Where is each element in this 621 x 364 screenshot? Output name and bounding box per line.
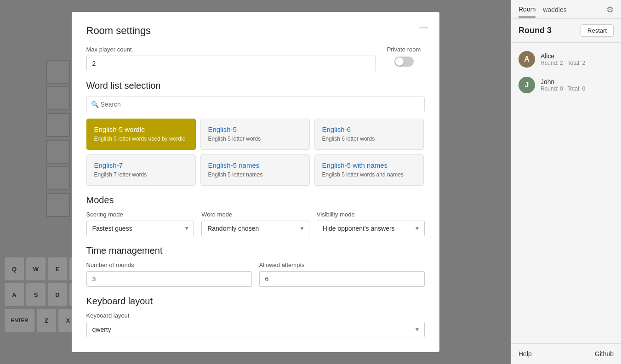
word-mode-select[interactable]: Randomly chosen Host chosen Player chose…: [201, 221, 309, 236]
tab-waddles[interactable]: waddles: [543, 6, 566, 17]
attempts-input[interactable]: [259, 271, 425, 287]
wordlist-card-1[interactable]: English-5 English 5 letter words: [200, 119, 310, 150]
wordlist-card-5[interactable]: English-5 with names English 5 letter wo…: [314, 154, 424, 186]
visibility-mode-group: Visibility mode Hide opponent's answers …: [317, 211, 425, 236]
avatar-john: J: [518, 77, 535, 93]
gear-icon[interactable]: ⚙: [606, 5, 614, 18]
keyboard-select-wrapper: qwerty azerty dvorak ▼: [86, 322, 425, 337]
player-alice: A Alice Round: 2 · Total: 2: [511, 46, 621, 72]
restart-button[interactable]: Restart: [581, 24, 614, 37]
card-desc-1: English 5 letter words: [208, 135, 302, 143]
modes-heading: Modes: [86, 195, 425, 205]
help-link[interactable]: Help: [518, 350, 532, 358]
rounds-input[interactable]: [86, 271, 252, 287]
scoring-mode-select[interactable]: Fastest guess Fewest guesses Combined: [86, 221, 194, 236]
time-heading: Time management: [86, 245, 425, 256]
rounds-label: Number of rounds: [86, 262, 252, 268]
card-title-2: English-6: [322, 125, 416, 133]
max-player-input[interactable]: [86, 56, 376, 71]
card-desc-5: English 5 letter words and names: [322, 171, 416, 179]
player-score-john: Round: 0 · Total: 0: [541, 85, 585, 92]
card-desc-3: English 7 letter words: [94, 171, 188, 179]
card-title-0: English-5 wordle: [94, 125, 188, 133]
max-player-group: Max player count: [86, 46, 376, 71]
max-player-label: Max player count: [86, 46, 376, 53]
wordlist-grid: English-5 wordle English 5 letter words …: [86, 119, 425, 186]
player-name-alice: Alice: [541, 52, 585, 60]
card-desc-0: English 5 letter words used by wordle: [94, 135, 188, 143]
modal-close-button[interactable]: —: [419, 22, 428, 33]
word-mode-group: Word mode Randomly chosen Host chosen Pl…: [201, 211, 309, 236]
wordlist-card-3[interactable]: English-7 English 7 letter words: [86, 154, 196, 186]
rounds-group: Number of rounds: [86, 262, 252, 287]
wordlist-card-4[interactable]: English-5 names English 5 letter names: [200, 154, 310, 186]
attempts-group: Allowed attempts: [259, 262, 425, 287]
scoring-mode-group: Scoring mode Fastest guess Fewest guesse…: [86, 211, 194, 236]
wordlist-card-2[interactable]: English-6 English 6 letter words: [314, 119, 424, 150]
time-row: Number of rounds Allowed attempts: [86, 262, 425, 287]
keyboard-layout-select[interactable]: qwerty azerty dvorak: [86, 322, 425, 337]
private-room-toggle[interactable]: [394, 57, 414, 67]
card-title-4: English-5 names: [208, 161, 302, 169]
sidebar-tab-bar: Room waddles ⚙: [511, 0, 621, 19]
keyboard-layout-label: Keyboard layout: [86, 312, 425, 319]
scoring-mode-label: Scoring mode: [86, 211, 194, 218]
card-title-3: English-7: [94, 161, 188, 169]
avatar-alice: A: [518, 51, 535, 68]
sidebar-header: Round 3 Restart: [511, 19, 621, 43]
card-title-1: English-5: [208, 125, 302, 133]
private-room-label: Private room: [387, 46, 421, 53]
player-score-alice: Round: 2 · Total: 2: [541, 60, 585, 66]
round-label: Round 3: [518, 26, 552, 35]
toggle-knob: [395, 57, 404, 66]
keyboard-layout-heading: Keyboard layout: [86, 296, 425, 307]
card-desc-2: English 6 letter words: [322, 135, 416, 143]
word-list-heading: Word list selection: [86, 80, 425, 91]
wordlist-card-0[interactable]: English-5 wordle English 5 letter words …: [86, 119, 196, 150]
sidebar-footer: Help Github: [511, 343, 621, 364]
top-settings-row: Max player count Private room: [86, 46, 425, 71]
player-name-john: John: [541, 78, 585, 85]
room-settings-modal: Room settings — Max player count Private…: [72, 12, 439, 352]
github-link[interactable]: Github: [595, 350, 614, 358]
word-list-search-input[interactable]: [86, 97, 425, 112]
word-list-search-container: 🔍: [86, 97, 425, 112]
visibility-mode-label: Visibility mode: [317, 211, 425, 218]
visibility-mode-select[interactable]: Hide opponent's answers Show opponent's …: [317, 221, 425, 236]
attempts-label: Allowed attempts: [259, 262, 425, 268]
modes-row: Scoring mode Fastest guess Fewest guesse…: [86, 211, 425, 236]
card-desc-4: English 5 letter names: [208, 171, 302, 179]
private-room-group: Private room: [383, 46, 425, 67]
search-icon: 🔍: [91, 101, 99, 108]
player-john: J John Round: 0 · Total: 0: [511, 72, 621, 98]
word-mode-label: Word mode: [201, 211, 309, 218]
modal-title: Room settings: [86, 25, 425, 37]
tab-room[interactable]: Room: [518, 6, 536, 17]
modal-overlay: Room settings — Max player count Private…: [0, 0, 511, 364]
sidebar: Room waddles ⚙ Round 3 Restart A Alice R…: [511, 0, 621, 364]
card-title-5: English-5 with names: [322, 161, 416, 169]
player-list: A Alice Round: 2 · Total: 2 J John Round…: [511, 43, 621, 343]
